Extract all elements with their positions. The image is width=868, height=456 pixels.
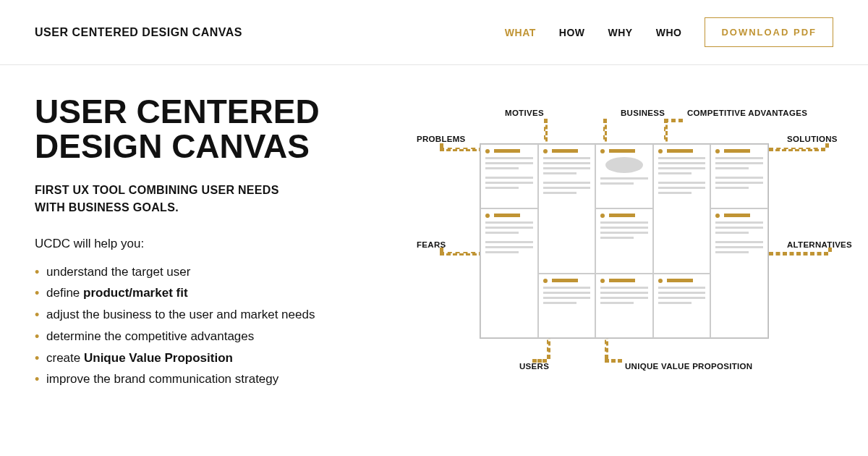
hero-left: USER CENTERED DESIGN CANVAS FIRST UX TOO… <box>35 94 382 402</box>
subtitle-line-2: WITH BUSINESS GOALS. <box>35 201 179 214</box>
label-solutions: SOLUTIONS <box>787 135 838 143</box>
dot-icon <box>543 279 548 283</box>
dot-icon <box>658 279 663 283</box>
nav-how[interactable]: HOW <box>559 27 585 38</box>
subtitle-line-1: FIRST UX TOOL COMBINING USER NEEDS <box>35 184 279 196</box>
cell-problems <box>480 144 538 208</box>
nav-who[interactable]: WHO <box>656 27 682 38</box>
dot-icon <box>543 149 548 153</box>
dot-icon <box>600 149 605 153</box>
benefit-list: understand the target user define produc… <box>35 261 382 391</box>
label-uvp: UNIQUE VALUE PROPOSITION <box>625 362 752 371</box>
dot-icon <box>715 149 720 153</box>
list-item: adjust the business to the user and mark… <box>35 304 382 326</box>
dot-icon <box>600 214 605 218</box>
connector <box>769 252 828 256</box>
cell-competitive-advantages <box>653 144 711 274</box>
connector <box>532 359 547 363</box>
label-competitive-advantages: COMPETITIVE ADVANTAGES <box>687 109 807 117</box>
list-item: create Unique Value Proposition <box>35 347 382 369</box>
dot-icon <box>600 279 605 283</box>
cell-uvp <box>595 274 653 338</box>
connector <box>664 119 683 122</box>
cell-motives <box>538 144 596 274</box>
title-line-1: USER CENTERED <box>35 93 320 130</box>
cell-extra <box>653 274 711 338</box>
list-item: define product/market fit <box>35 282 382 304</box>
connector <box>440 248 443 252</box>
connector <box>440 252 483 256</box>
dot-icon <box>715 214 720 218</box>
dot-icon <box>658 149 663 153</box>
intro-text: UCDC will help you: <box>35 237 382 251</box>
cell-mid <box>595 208 653 273</box>
label-business: BUSINESS <box>621 109 665 117</box>
canvas-diagram: MOTIVES BUSINESS COMPETITIVE ADVANTAGES … <box>411 98 838 402</box>
connector <box>440 148 483 151</box>
nav-what[interactable]: WHAT <box>505 27 536 38</box>
logo: USER CENTERED DESIGN CANVAS <box>35 26 242 39</box>
cell-fears <box>480 208 538 338</box>
header-right: WHAT HOW WHY WHO DOWNLOAD PDF <box>505 17 833 47</box>
dot-icon <box>485 214 490 218</box>
label-users: USERS <box>519 362 549 371</box>
canvas-grid <box>480 143 769 339</box>
connector <box>605 359 622 363</box>
cell-users <box>538 274 596 338</box>
cell-business <box>595 144 653 208</box>
label-motives: MOTIVES <box>505 109 544 117</box>
cell-alternatives <box>710 208 768 338</box>
cell-solutions <box>710 144 768 208</box>
connector <box>825 143 829 148</box>
header: USER CENTERED DESIGN CANVAS WHAT HOW WHY… <box>0 0 868 65</box>
connector <box>440 143 443 148</box>
page-subtitle: FIRST UX TOOL COMBINING USER NEEDS WITH … <box>35 182 382 216</box>
hero-right: MOTIVES BUSINESS COMPETITIVE ADVANTAGES … <box>411 94 838 402</box>
title-line-2: DESIGN CANVAS <box>35 127 310 165</box>
dot-icon <box>485 149 490 153</box>
list-item: understand the target user <box>35 261 382 283</box>
list-item: improve the brand communication strategy <box>35 368 382 390</box>
page-title: USER CENTERED DESIGN CANVAS <box>35 94 382 164</box>
list-item: determine the competitive advantages <box>35 326 382 347</box>
connector <box>769 148 825 151</box>
nav: WHAT HOW WHY WHO <box>505 27 682 38</box>
nav-why[interactable]: WHY <box>608 27 633 38</box>
download-pdf-button[interactable]: DOWNLOAD PDF <box>705 17 833 47</box>
connector <box>828 248 832 252</box>
label-problems: PROBLEMS <box>417 135 466 143</box>
label-alternatives: ALTERNATIVES <box>787 240 852 249</box>
main: USER CENTERED DESIGN CANVAS FIRST UX TOO… <box>0 65 868 402</box>
